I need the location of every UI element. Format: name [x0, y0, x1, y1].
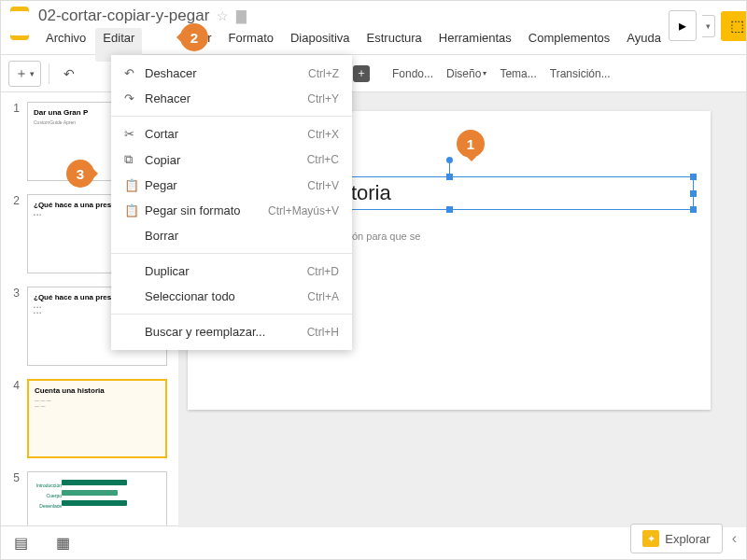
- present-dropdown[interactable]: ▾: [702, 15, 715, 37]
- dd-cortar[interactable]: ✂CortarCtrl+X: [111, 121, 352, 147]
- undo-button[interactable]: ↶: [57, 62, 81, 86]
- dd-rehacer[interactable]: ↷RehacerCtrl+Y: [111, 86, 352, 111]
- dd-pegar[interactable]: 📋PegarCtrl+V: [111, 173, 352, 198]
- paste-icon: 📋: [124, 178, 145, 192]
- present-button[interactable]: ▸: [669, 10, 697, 41]
- callout-1: 1: [457, 130, 485, 158]
- undo-icon: ↶: [124, 66, 145, 80]
- grid-view-icon[interactable]: ▦: [56, 534, 70, 552]
- tb-diseno[interactable]: Diseño ▾: [446, 67, 486, 80]
- menu-complementos[interactable]: Complementos: [521, 28, 617, 62]
- dd-deshacer[interactable]: ↶DeshacerCtrl+Z: [111, 61, 352, 86]
- dd-copiar[interactable]: ⧉CopiarCtrl+C: [111, 147, 352, 173]
- thumb-5[interactable]: Introducción Cuerpo Desenlace: [27, 471, 167, 527]
- explore-icon: ✦: [642, 530, 659, 547]
- add-box-button[interactable]: ＋: [353, 65, 370, 82]
- resize-handle[interactable]: [690, 206, 697, 213]
- new-slide-button[interactable]: ＋ ▾: [8, 61, 41, 87]
- dd-pegarsin[interactable]: 📋Pegar sin formatoCtrl+Mayús+V: [111, 198, 352, 223]
- tb-tema[interactable]: Tema...: [500, 67, 536, 80]
- tb-transicion[interactable]: Transición...: [550, 67, 611, 80]
- rotate-handle[interactable]: [446, 157, 453, 163]
- dd-borrar[interactable]: Borrar: [111, 223, 352, 248]
- paste-plain-icon: 📋: [124, 203, 145, 217]
- resize-handle[interactable]: [690, 190, 697, 197]
- thumb-num: 2: [8, 194, 20, 273]
- thumb-4[interactable]: Cuenta una historia — — —— —: [27, 379, 167, 458]
- menu-herramientas[interactable]: Herramientas: [431, 28, 519, 62]
- explore-label: Explorar: [665, 532, 710, 546]
- thumb-num: 3: [8, 287, 20, 366]
- resize-handle[interactable]: [690, 174, 697, 180]
- copy-icon: ⧉: [124, 152, 145, 167]
- edit-menu-dropdown: ↶DeshacerCtrl+Z ↷RehacerCtrl+Y ✂CortarCt…: [111, 55, 352, 350]
- doc-title[interactable]: 02-cortar-copiar-y-pegar: [38, 7, 209, 25]
- redo-icon: ↷: [124, 91, 145, 105]
- resize-handle[interactable]: [446, 206, 453, 213]
- callout-3: 3: [66, 160, 94, 188]
- chevron-left-icon[interactable]: ‹: [732, 530, 737, 547]
- resize-handle[interactable]: [446, 174, 453, 180]
- star-icon[interactable]: ☆: [217, 8, 229, 23]
- folder-icon[interactable]: ▇: [236, 8, 247, 23]
- dd-seleccionar[interactable]: Seleccionar todoCtrl+A: [111, 284, 352, 309]
- cut-icon: ✂: [124, 127, 145, 141]
- explore-button[interactable]: ✦ Explorar: [630, 524, 722, 553]
- tb-fondo[interactable]: Fondo...: [392, 67, 433, 80]
- callout-2: 2: [180, 23, 208, 51]
- thumb-title: Cuenta una historia: [35, 386, 160, 395]
- dd-duplicar[interactable]: DuplicarCtrl+D: [111, 259, 352, 284]
- slides-logo[interactable]: [10, 7, 29, 40]
- thumb-num: 5: [8, 471, 20, 527]
- dd-buscar[interactable]: Buscar y reemplazar...Ctrl+H: [111, 319, 352, 344]
- menu-archivo[interactable]: Archivo: [38, 28, 93, 62]
- view-footer: ▤ ▦: [1, 525, 178, 559]
- thumb-num: 4: [8, 379, 20, 458]
- thumb-num: 1: [8, 102, 20, 181]
- menu-estructura[interactable]: Estructura: [359, 28, 430, 62]
- share-button[interactable]: ⬚: [721, 11, 747, 41]
- filmstrip-view-icon[interactable]: ▤: [14, 534, 28, 552]
- menu-ayuda[interactable]: Ayuda: [619, 28, 669, 62]
